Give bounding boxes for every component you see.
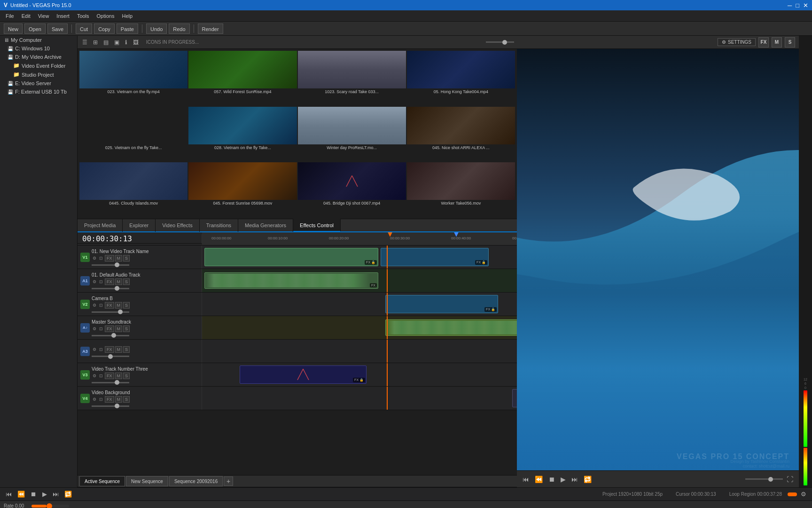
preview-m-btn[interactable]: M [772,37,782,48]
seq-tab-active[interactable]: Active Sequence [79,476,125,486]
sidebar-item-d[interactable]: 💾 D: My Video Archive [0,53,77,61]
preview-go-end[interactable]: ⏭ [570,475,580,484]
transport-misc[interactable]: ⚙ [799,490,808,499]
track-s-a2[interactable]: S [123,325,130,332]
track-volume-a1[interactable] [92,288,129,289]
media-info-btn[interactable]: ℹ [123,38,129,47]
close-button[interactable]: ✕ [803,2,808,9]
track-fx-a1[interactable]: FX [105,278,114,285]
track-settings-v4[interactable]: ⚙ [92,397,97,402]
toolbar-render[interactable]: Render [198,24,223,34]
track-s-v3[interactable]: S [123,373,130,379]
media-grid-view[interactable]: ⊞ [91,38,100,47]
transport-play[interactable]: ▶ [40,490,49,499]
menu-file[interactable]: File [2,10,18,22]
sidebar-item-studio[interactable]: 📁 Studio Project [0,70,77,79]
transport-go-start[interactable]: ⏮ [4,490,14,499]
track-settings-a2[interactable]: ⚙ [92,326,97,332]
track-settings-v3[interactable]: ⚙ [92,373,97,379]
track-m-v1[interactable]: M [115,255,123,262]
track-fx-v3[interactable]: FX [105,373,114,379]
tab-effects-control[interactable]: Effects Control [293,219,341,232]
sidebar-item-video-event[interactable]: 📁 Video Event Folder [0,61,77,70]
track-comp-a3[interactable]: ⊡ [98,347,104,352]
clip-v3-1[interactable]: FX 🔒 [240,365,367,384]
media-clip-4[interactable]: 05. Hong Kong Take004.mp4 [407,51,515,106]
media-clip-10[interactable]: 045. Forest Sunrise 05698.mov [188,162,297,217]
preview-stop[interactable]: ⏹ [547,475,557,484]
track-comp-a1[interactable]: ⊡ [98,279,104,285]
track-s-v4[interactable]: S [123,396,130,403]
maximize-button[interactable]: □ [796,2,799,9]
toolbar-new[interactable]: New [4,24,23,34]
toolbar-copy[interactable]: Copy [94,24,115,34]
track-m-a2[interactable]: M [115,325,123,332]
clip-v1-2[interactable]: FX 🔒 [381,248,489,266]
track-settings-v1[interactable]: ⚙ [92,255,97,261]
menu-options[interactable]: Options [93,10,118,22]
track-volume-a3[interactable] [92,356,129,357]
track-volume-a2[interactable] [92,335,129,336]
track-s-v1[interactable]: S [123,255,130,262]
media-clip-7[interactable]: Winter day ProResLT.mo... [298,107,406,162]
tab-media-generators[interactable]: Media Generators [238,219,293,232]
track-comp-a2[interactable]: ⊡ [98,326,104,332]
track-comp-v3[interactable]: ⊡ [98,373,104,379]
clip-a2-1[interactable]: FX [385,319,517,335]
track-comp-v4[interactable]: ⊡ [98,397,104,402]
settings-button[interactable]: ⚙ SETTINGS [718,38,756,46]
media-strip-view[interactable]: ▣ [112,38,121,47]
media-clip-1[interactable]: 023. Vietnam on the fly.mp4 [79,51,187,106]
preview-go-start[interactable]: ⏮ [521,475,531,484]
track-s-a1[interactable]: S [123,278,130,285]
media-list-view[interactable]: ☰ [80,38,89,47]
track-m-a1[interactable]: M [115,278,123,285]
preview-loop[interactable]: 🔁 [582,475,593,484]
track-comp-v2[interactable]: ⊡ [98,302,104,308]
tab-project-media[interactable]: Project Media [78,219,123,232]
clip-a1-1[interactable]: FX [204,272,378,288]
media-clip-12[interactable]: Worker Take056.mov [407,162,515,217]
menu-insert[interactable]: Insert [53,10,73,22]
media-image-btn[interactable]: 🖼 [131,38,141,47]
transport-go-end[interactable]: ⏭ [51,490,61,499]
menu-help[interactable]: Help [118,10,136,22]
track-volume-v2[interactable] [92,311,129,313]
clip-v4-1[interactable]: FX 🔒 [512,389,517,407]
clip-v2-1[interactable]: FX 🔒 [385,295,498,313]
toolbar-cut[interactable]: Cut [76,24,92,34]
preview-s-btn[interactable]: S [785,37,795,48]
toolbar-paste[interactable]: Paste [117,24,138,34]
preview-fx-btn[interactable]: FX [758,37,769,48]
sidebar-item-mycomputer[interactable]: 🖥 My Computer [0,36,77,44]
track-volume-v4[interactable] [92,405,129,407]
track-settings-a3[interactable]: ⚙ [92,347,97,352]
menu-tools[interactable]: Tools [73,10,93,22]
tab-explorer[interactable]: Explorer [123,219,156,232]
track-fx-v1[interactable]: FX [105,255,114,262]
tab-video-effects[interactable]: Video Effects [156,219,199,232]
media-clip-8[interactable]: 045. Nice shot ARRI ALEXA ... [407,107,515,162]
track-m-a3[interactable]: M [115,346,123,353]
track-volume-v3[interactable] [92,382,129,383]
transport-stop[interactable]: ⏹ [29,490,39,499]
sidebar-item-f[interactable]: 💾 F: External USB 10 Tb [0,87,77,96]
toolbar-undo[interactable]: Undo [146,24,167,34]
preview-fullscreen[interactable]: ⛶ [785,475,795,484]
media-clip-9[interactable]: 0445. Cloudy Islands.mov [79,162,187,217]
transport-prev[interactable]: ⏪ [16,490,27,499]
seq-tab-new[interactable]: New Sequence [126,476,168,486]
media-clip-2[interactable]: 057. Wild Forest SunRise.mp4 [188,51,297,106]
sidebar-item-c[interactable]: 💾 C: Windows 10 [0,44,77,53]
track-settings-a1[interactable]: ⚙ [92,279,97,285]
media-detail-view[interactable]: ▤ [102,38,110,47]
media-clip-3[interactable]: 1023. Scary road Take 033... [298,51,406,106]
track-s-a3[interactable]: S [123,346,130,353]
menu-view[interactable]: View [34,10,53,22]
preview-prev-frame[interactable]: ⏪ [533,475,545,484]
toolbar-save[interactable]: Save [47,24,68,34]
toolbar-open[interactable]: Open [24,24,46,34]
track-m-v3[interactable]: M [115,373,123,379]
track-m-v2[interactable]: M [115,302,123,309]
track-volume-v1[interactable] [92,264,129,266]
